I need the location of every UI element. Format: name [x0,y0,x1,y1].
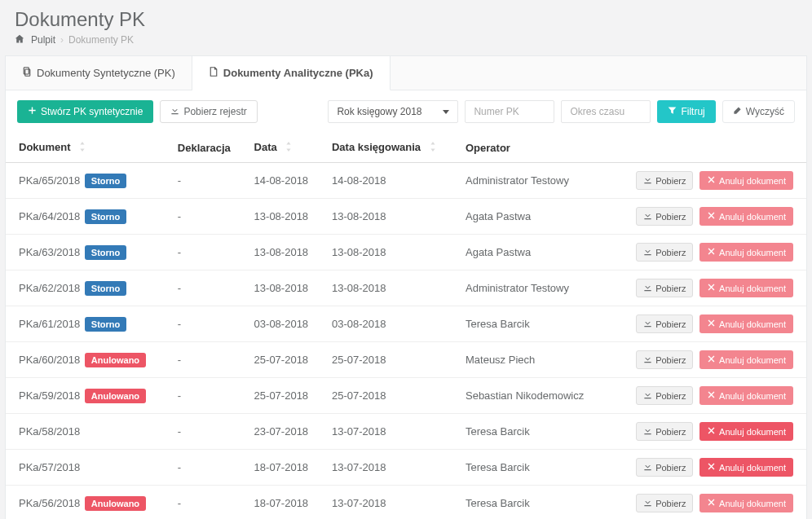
download-row-button[interactable]: Pobierz [636,171,693,190]
cancel-document-button[interactable]: Anuluj dokument [699,243,793,262]
table-row: PKa/60/2018 Anulowano - 25-07-2018 25-07… [6,342,806,378]
operator-cell: Administrator Testowy [457,270,606,306]
status-badge-storno: Storno [85,317,126,332]
declaration-cell: - [170,235,246,270]
book-date-cell: 13-08-2018 [324,235,457,270]
cancel-document-button[interactable]: Anuluj dokument [699,458,793,477]
declaration-cell: - [170,163,246,199]
download-row-button[interactable]: Pobierz [636,494,693,512]
cancel-document-button[interactable]: Anuluj dokument [699,422,793,441]
document-number: PKa/65/2018 [19,174,80,187]
operator-cell: Teresa Barcik [457,486,606,519]
book-date-cell: 13-08-2018 [324,199,457,235]
copy-icon [22,66,32,80]
table-row: PKa/64/2018 Storno - 13-08-2018 13-08-20… [6,199,806,235]
document-number: PKa/61/2018 [19,318,80,330]
year-select[interactable]: Rok księgowy 2018 [328,100,458,123]
cancel-document-button[interactable]: Anuluj dokument [699,494,793,512]
close-icon [707,247,716,257]
operator-cell: Mateusz Piech [457,342,606,378]
download-row-button[interactable]: Pobierz [636,207,693,226]
clear-button[interactable]: Wyczyść [722,100,795,123]
col-book-date[interactable]: Data księgowania [324,133,457,163]
breadcrumb-current: Dokumenty PK [68,34,134,46]
table-row: PKa/59/2018 Anulowano - 25-07-2018 25-07… [6,378,806,414]
cancel-document-label: Anuluj dokument [719,176,786,186]
close-icon [707,283,716,293]
number-input[interactable] [465,100,554,123]
download-row-button[interactable]: Pobierz [636,243,693,262]
operator-cell: Teresa Barcik [457,450,606,486]
table-row: PKa/58/2018 - 23-07-2018 13-07-2018 Tere… [6,414,806,450]
tab-synthetic[interactable]: Dokumenty Syntetyczne (PK) [6,56,192,90]
date-cell: 18-07-2018 [246,450,324,486]
date-cell: 14-08-2018 [246,163,324,199]
create-pk-button[interactable]: Stwórz PK syntetycznie [17,100,153,123]
close-icon [707,211,716,222]
cancel-document-label: Anuluj dokument [719,355,786,365]
status-badge-storno: Storno [85,281,126,296]
cancel-document-button[interactable]: Anuluj dokument [699,279,793,297]
cancel-document-label: Anuluj dokument [719,463,786,473]
date-cell: 13-08-2018 [246,235,324,270]
year-select-value: Rok księgowy 2018 [337,106,421,117]
breadcrumb: Pulpit › Dokumenty PK [15,34,797,46]
tabs: Dokumenty Syntetyczne (PK) Dokumenty Ana… [6,56,806,90]
declaration-cell: - [170,414,246,450]
status-badge-anulowano: Anulowano [85,389,146,403]
book-date-cell: 14-08-2018 [324,163,457,199]
download-icon [643,175,652,186]
download-row-label: Pobierz [655,391,686,401]
home-icon [15,34,26,46]
create-pk-label: Stwórz PK syntetycznie [41,106,143,117]
document-number: PKa/64/2018 [19,210,80,222]
book-date-cell: 03-08-2018 [324,306,457,342]
tab-analytic[interactable]: Dokumenty Analityczne (PKa) [192,56,391,90]
filter-icon [668,106,677,117]
cancel-document-button[interactable]: Anuluj dokument [699,386,793,405]
status-badge-anulowano: Anulowano [85,496,146,511]
date-cell: 25-07-2018 [246,378,324,414]
period-input[interactable] [561,100,651,123]
close-icon [707,175,716,186]
download-row-button[interactable]: Pobierz [636,350,693,369]
document-number: PKa/58/2018 [19,425,80,438]
close-icon [707,462,716,473]
download-row-button[interactable]: Pobierz [636,279,693,297]
cancel-document-button[interactable]: Anuluj dokument [699,350,793,369]
col-date[interactable]: Data [246,133,324,163]
download-row-label: Pobierz [655,284,686,293]
book-date-cell: 25-07-2018 [324,342,457,378]
download-row-button[interactable]: Pobierz [636,458,693,477]
table-row: PKa/65/2018 Storno - 14-08-2018 14-08-20… [6,163,806,199]
cancel-document-label: Anuluj dokument [719,391,786,401]
download-row-button[interactable]: Pobierz [636,422,693,441]
filter-button[interactable]: Filtruj [657,100,715,123]
declaration-cell: - [170,306,246,342]
col-document[interactable]: Dokument [6,133,170,163]
close-icon [707,426,716,437]
download-row-button[interactable]: Pobierz [636,386,693,405]
download-row-label: Pobierz [655,176,686,186]
download-register-button[interactable]: Pobierz rejestr [160,100,257,123]
declaration-cell: - [170,450,246,486]
book-date-cell: 13-07-2018 [324,414,457,450]
cancel-document-button[interactable]: Anuluj dokument [699,171,793,190]
tab-analytic-label: Dokumenty Analityczne (PKa) [223,67,373,79]
chevron-down-icon [443,110,449,114]
download-row-label: Pobierz [655,212,686,222]
download-icon [643,283,652,293]
sort-icon [429,142,437,154]
documents-table: Dokument Deklaracja Data Data księgowani… [6,133,806,519]
table-row: PKa/63/2018 Storno - 13-08-2018 13-08-20… [6,235,806,270]
download-icon [643,426,652,437]
breadcrumb-home-link[interactable]: Pulpit [31,34,55,46]
table-row: PKa/61/2018 Storno - 03-08-2018 03-08-20… [6,306,806,342]
download-row-button[interactable]: Pobierz [636,314,693,333]
status-badge-anulowano: Anulowano [85,353,146,367]
cancel-document-button[interactable]: Anuluj dokument [699,207,793,226]
document-number: PKa/56/2018 [19,497,80,509]
cancel-document-button[interactable]: Anuluj dokument [699,314,793,333]
page-title: Dokumenty PK [15,8,797,31]
cancel-document-label: Anuluj dokument [719,499,786,508]
